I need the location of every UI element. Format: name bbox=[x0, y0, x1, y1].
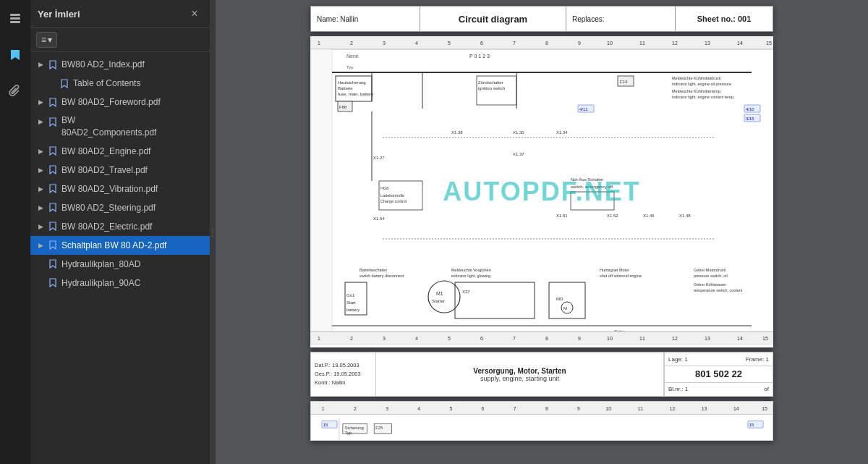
bookmark-icon-item bbox=[48, 240, 58, 251]
svg-text:X1.46: X1.46 bbox=[643, 214, 655, 218]
svg-text:15: 15 bbox=[766, 41, 772, 46]
tree-item-bw80-index[interactable]: ▶ BW80 AD2_Index.pdf bbox=[30, 55, 210, 74]
tree-item-vibration[interactable]: ▶ BW 80AD2_Vibration.pdf bbox=[30, 180, 210, 198]
tree-item-components[interactable]: ▶ BW80AD2_Components.pdf bbox=[30, 111, 210, 142]
sidebar: Yer İmleri × ≡ ▾ ▶ BW80 AD2_Index.pdf bbox=[0, 0, 210, 464]
tree-item-hydraulik-90ac[interactable]: Hydraulikplan_90AC bbox=[30, 274, 210, 292]
svg-text:Charge control: Charge control bbox=[380, 199, 407, 203]
svg-text:ignition switch: ignition switch bbox=[478, 86, 505, 90]
lage-label: Lage: 1 bbox=[668, 356, 688, 363]
sidebar-toolbar: ≡ ▾ bbox=[30, 28, 210, 52]
svg-text:7: 7 bbox=[513, 41, 516, 46]
tree-item-label: BW 80AD2_Engine.pdf bbox=[61, 146, 205, 156]
tree-item-label: BW 80AD2_Foreword.pdf bbox=[61, 97, 205, 107]
svg-text:13: 13 bbox=[702, 405, 707, 410]
tree-item-foreword[interactable]: ▶ BW 80AD2_Foreword.pdf bbox=[30, 93, 210, 111]
date-p-label: Dat.P.: 19.05.2003 bbox=[315, 361, 372, 370]
tree-item-schaltplan[interactable]: ▶ Schaltplan BW 80 AD-2.pdf bbox=[30, 236, 210, 255]
doc-number-label: 801 502 22 bbox=[695, 368, 742, 379]
svg-text:7: 7 bbox=[514, 405, 516, 410]
expand-icon[interactable]: ▶ bbox=[35, 221, 46, 232]
svg-rect-21 bbox=[310, 49, 332, 334]
svg-text:Meldeuchte Kühlmitteldruck: Meldeuchte Kühlmitteldruck bbox=[672, 76, 721, 80]
svg-text:9: 9 bbox=[578, 41, 581, 46]
svg-text:11: 11 bbox=[637, 405, 643, 410]
page-description-en: supply, engine, starting unit bbox=[480, 375, 559, 382]
expand-icon[interactable]: ▶ bbox=[35, 59, 46, 70]
svg-text:4: 4 bbox=[415, 336, 418, 341]
tree-item-electric[interactable]: ▶ BW 80AD2_Electric.pdf bbox=[30, 217, 210, 236]
expand-icon[interactable]: ▶ bbox=[35, 164, 46, 176]
svg-text:HG8: HG8 bbox=[380, 186, 388, 190]
pdf-page-header: Name: Nallin Circuit diagram Replaces: S… bbox=[310, 6, 773, 32]
tree-item-hydraulik-80ad[interactable]: Hydraulikplan_80AD bbox=[30, 255, 210, 274]
expand-icon[interactable]: ▶ bbox=[35, 145, 46, 157]
svg-rect-1 bbox=[10, 17, 20, 20]
bookmark-icon-item bbox=[48, 96, 58, 108]
list-view-button[interactable]: ≡ ▾ bbox=[36, 32, 57, 48]
svg-text:9: 9 bbox=[578, 336, 581, 341]
blnr-label: Bl.nr.: 1 bbox=[668, 386, 688, 392]
svg-text:battery: battery bbox=[346, 308, 359, 312]
svg-text:Humagnet Motor: Humagnet Motor bbox=[600, 268, 629, 272]
svg-text:F88: F88 bbox=[339, 105, 347, 109]
svg-text:MD: MD bbox=[556, 297, 563, 301]
svg-text:4/11: 4/11 bbox=[579, 107, 588, 111]
svg-text:X1.27: X1.27 bbox=[373, 156, 385, 160]
svg-text:Not-Aus Schalter: Not-Aus Schalter bbox=[571, 177, 603, 182]
next-page-preview-svg: 15 Sicherung Typ F25 15 bbox=[318, 418, 765, 441]
close-button[interactable]: × bbox=[187, 6, 203, 22]
bookmark-icon-item bbox=[48, 183, 58, 195]
svg-text:F25: F25 bbox=[375, 426, 383, 430]
svg-text:X1.37: X1.37 bbox=[513, 152, 524, 156]
bookmark-tree[interactable]: ▶ BW80 AD2_Index.pdf Table of Contents ▶ bbox=[30, 52, 210, 464]
tree-item-label: BW80 AD2_Steering.pdf bbox=[61, 203, 205, 213]
scale-bar-next: 1 2 3 4 5 6 7 8 9 10 11 12 13 14 15 bbox=[315, 402, 769, 415]
circuit-svg: 1 2 3 4 5 6 7 8 9 10 11 12 13 14 15 Nenn bbox=[310, 36, 773, 347]
pdf-viewer[interactable]: Name: Nallin Circuit diagram Replaces: S… bbox=[216, 0, 868, 464]
svg-text:Batterieschalter: Batterieschalter bbox=[359, 268, 387, 272]
expand-icon[interactable]: ▶ bbox=[35, 240, 46, 251]
page-description-de: Versorgung, Motor, Starten bbox=[473, 367, 566, 375]
svg-text:fuse, main, battery: fuse, main, battery bbox=[338, 92, 373, 96]
svg-text:M1: M1 bbox=[436, 291, 443, 296]
svg-text:11: 11 bbox=[639, 41, 645, 46]
expand-icon[interactable]: ▶ bbox=[35, 202, 46, 214]
layers-icon-btn[interactable] bbox=[4, 7, 27, 30]
svg-text:shut off solenoid engine: shut off solenoid engine bbox=[600, 274, 642, 278]
tree-item-label: Table of Contents bbox=[73, 78, 205, 88]
paperclip-icon bbox=[9, 85, 22, 98]
bookmark-nav-icon-btn[interactable] bbox=[4, 43, 27, 67]
svg-text:X1.35: X1.35 bbox=[513, 130, 524, 135]
svg-text:15: 15 bbox=[749, 423, 754, 427]
expand-icon[interactable]: ▶ bbox=[35, 96, 46, 108]
svg-text:11: 11 bbox=[639, 336, 645, 341]
replaces-label: Replaces: bbox=[572, 15, 604, 23]
svg-text:14: 14 bbox=[733, 405, 739, 410]
svg-text:8: 8 bbox=[545, 41, 548, 46]
svg-text:Sicherung: Sicherung bbox=[345, 426, 364, 430]
kontr-label: Kontr.: Nallin bbox=[315, 379, 372, 387]
tree-item-travel[interactable]: ▶ BW 80AD2_Travel.pdf bbox=[30, 161, 210, 180]
svg-text:switch, emergency off: switch, emergency off bbox=[571, 185, 613, 189]
bookmark-icon-item bbox=[48, 277, 58, 289]
svg-text:2: 2 bbox=[350, 336, 353, 341]
attachment-icon-btn[interactable] bbox=[4, 80, 27, 103]
bookmark-icon-item bbox=[48, 59, 58, 70]
tree-item-label: Hydraulikplan_80AD bbox=[61, 259, 205, 269]
svg-text:Typ: Typ bbox=[346, 65, 354, 69]
sidebar-title: Yer İmleri bbox=[38, 9, 80, 20]
sidebar-header: Yer İmleri × bbox=[30, 0, 210, 28]
tree-item-steering[interactable]: ▶ BW80 AD2_Steering.pdf bbox=[30, 198, 210, 217]
expand-icon[interactable]: ▶ bbox=[35, 116, 46, 127]
svg-text:X1.54: X1.54 bbox=[373, 216, 385, 221]
tree-item-toc[interactable]: Table of Contents bbox=[30, 74, 210, 93]
svg-text:3: 3 bbox=[383, 336, 386, 341]
svg-rect-2 bbox=[10, 21, 20, 23]
svg-text:6: 6 bbox=[482, 405, 485, 410]
expand-icon[interactable]: ▶ bbox=[35, 183, 46, 195]
ges-p-label: Ges.P.: 19.05.2003 bbox=[315, 370, 372, 379]
panel-resizer[interactable]: ⋮ bbox=[210, 0, 216, 464]
svg-text:15: 15 bbox=[762, 405, 767, 410]
tree-item-engine[interactable]: ▶ BW 80AD2_Engine.pdf bbox=[30, 142, 210, 161]
